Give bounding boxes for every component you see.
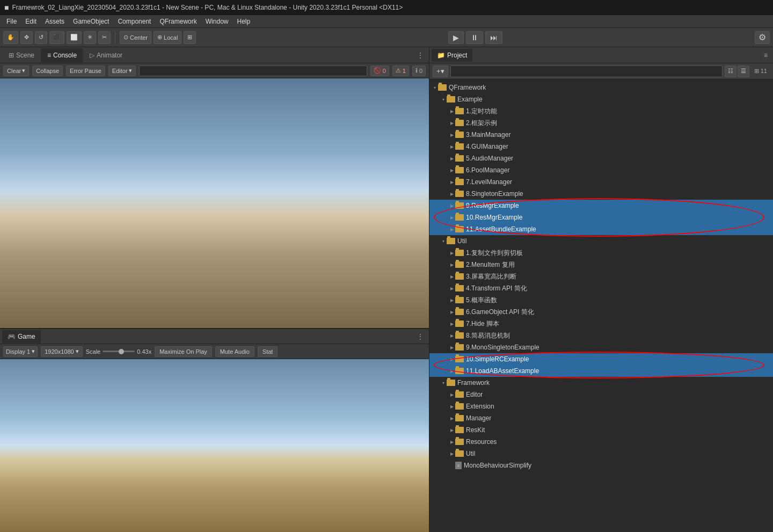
tree-item-util[interactable]: ▾Util bbox=[429, 235, 773, 247]
tool-transform[interactable]: ✳ bbox=[84, 31, 96, 44]
tree-item-item7[interactable]: ▶7.LevelManager bbox=[429, 176, 773, 188]
tree-arrow-item9[interactable]: ▶ bbox=[449, 202, 455, 209]
tree-arrow-fw5[interactable]: ▶ bbox=[449, 439, 455, 445]
tool-custom[interactable]: ✂ bbox=[98, 31, 111, 44]
tree-item-qframework[interactable]: ▾QFramework bbox=[429, 82, 773, 93]
tree-item-item5[interactable]: ▶5.AudioManager bbox=[429, 152, 773, 164]
tree-arrow-util6[interactable]: ▶ bbox=[449, 309, 455, 315]
tree-item-util7[interactable]: ▶7.Hide 脚本 bbox=[429, 318, 773, 330]
tab-console[interactable]: ≡ Console bbox=[41, 48, 83, 62]
tree-item-example[interactable]: ▾Example bbox=[429, 93, 773, 105]
tree-arrow-item6[interactable]: ▶ bbox=[449, 167, 455, 173]
menu-help[interactable]: Help bbox=[232, 17, 254, 26]
tree-item-util1[interactable]: ▶1.复制文件到剪切板 bbox=[429, 247, 773, 259]
tree-arrow-fw3[interactable]: ▶ bbox=[449, 415, 455, 421]
tree-item-item4[interactable]: ▶4.GUIManager bbox=[429, 141, 773, 152]
tree-arrow-qframework[interactable]: ▾ bbox=[432, 84, 438, 91]
mute-audio-btn[interactable]: Mute Audio bbox=[215, 346, 254, 357]
tree-item-util9[interactable]: ▶9.MonoSingletonExample bbox=[429, 341, 773, 353]
tree-item-fw4[interactable]: ▶ResKit bbox=[429, 424, 773, 436]
tree-arrow-util2[interactable]: ▶ bbox=[449, 261, 455, 268]
tree-item-item11[interactable]: ▶11.AssetBundleExample bbox=[429, 223, 773, 235]
tree-arrow-fw2[interactable]: ▶ bbox=[449, 403, 455, 410]
tree-item-item10[interactable]: ▶10.ResMgrExample bbox=[429, 212, 773, 223]
tree-arrow-fw7[interactable] bbox=[449, 462, 455, 469]
tree-arrow-framework[interactable]: ▾ bbox=[440, 380, 447, 386]
tree-arrow-util7[interactable]: ▶ bbox=[449, 320, 455, 327]
tree-item-item6[interactable]: ▶6.PoolManager bbox=[429, 164, 773, 176]
tree-item-fw1[interactable]: ▶Editor bbox=[429, 389, 773, 400]
tree-item-util5[interactable]: ▶5.概率函数 bbox=[429, 294, 773, 306]
tree-arrow-util1[interactable]: ▶ bbox=[449, 250, 455, 256]
tree-arrow-fw6[interactable]: ▶ bbox=[449, 450, 455, 457]
tree-arrow-util3[interactable]: ▶ bbox=[449, 273, 455, 280]
tree-item-fw7[interactable]: #MonoBehaviourSimplify bbox=[429, 460, 773, 471]
tree-arrow-util10[interactable]: ▶ bbox=[449, 356, 455, 362]
tree-arrow-fw4[interactable]: ▶ bbox=[449, 427, 455, 433]
tree-arrow-item1[interactable]: ▶ bbox=[449, 108, 455, 114]
tree-item-util10[interactable]: ▶10.SimpleRCExample bbox=[429, 353, 773, 365]
tree-item-fw6[interactable]: ▶Util bbox=[429, 448, 773, 460]
tree-arrow-item10[interactable]: ▶ bbox=[449, 214, 455, 221]
tool-hand[interactable]: ✋ bbox=[3, 31, 18, 44]
play-button[interactable]: ▶ bbox=[448, 31, 464, 44]
center-btn[interactable]: ⊙ Center bbox=[120, 31, 151, 44]
tree-arrow-item4[interactable]: ▶ bbox=[449, 143, 455, 150]
error-pause-button[interactable]: Error Pause bbox=[66, 65, 105, 76]
pause-button[interactable]: ⏸ bbox=[466, 31, 483, 44]
tree-arrow-item3[interactable]: ▶ bbox=[449, 132, 455, 138]
tree-item-item8[interactable]: ▶8.SingletonExample bbox=[429, 188, 773, 200]
grid-btn[interactable]: ⊞ bbox=[184, 31, 196, 44]
editor-button[interactable]: Editor ▾ bbox=[108, 65, 136, 76]
menu-assets[interactable]: Assets bbox=[41, 17, 69, 26]
tree-item-util11[interactable]: ▶11.LoadABAssetExample bbox=[429, 365, 773, 377]
project-search-input[interactable] bbox=[450, 65, 723, 77]
tree-arrow-item8[interactable]: ▶ bbox=[449, 191, 455, 197]
tree-item-item3[interactable]: ▶3.MainManager bbox=[429, 129, 773, 141]
tree-arrow-item7[interactable]: ▶ bbox=[449, 179, 455, 185]
local-btn[interactable]: ⊕ Local bbox=[154, 31, 181, 44]
warn-badge[interactable]: ⚠ 1 bbox=[392, 65, 409, 76]
tree-arrow-util4[interactable]: ▶ bbox=[449, 285, 455, 291]
scale-slider[interactable] bbox=[103, 351, 135, 352]
tree-arrow-example[interactable]: ▾ bbox=[440, 96, 447, 103]
tool-rotate[interactable]: ↺ bbox=[35, 31, 47, 44]
error-badge[interactable]: 🚫 0 bbox=[370, 65, 389, 76]
tree-item-fw3[interactable]: ▶Manager bbox=[429, 412, 773, 424]
maximize-on-play-btn[interactable]: Maximize On Play bbox=[155, 346, 212, 357]
resolution-select[interactable]: 1920x1080 ▾ bbox=[41, 346, 82, 357]
tree-arrow-item2[interactable]: ▶ bbox=[449, 120, 455, 126]
tab-game[interactable]: 🎮 Game bbox=[2, 330, 41, 343]
tab-animator[interactable]: ▷ Animator bbox=[83, 48, 129, 62]
tree-item-fw2[interactable]: ▶Extension bbox=[429, 400, 773, 412]
scale-thumb[interactable] bbox=[119, 349, 124, 354]
game-tabs-more[interactable]: ⋮ bbox=[414, 332, 427, 341]
tool-move[interactable]: ✥ bbox=[20, 31, 33, 44]
tool-rect[interactable]: ⬜ bbox=[67, 31, 82, 44]
tree-item-util8[interactable]: ▶8.简易消息机制 bbox=[429, 330, 773, 341]
stat-btn[interactable]: Stat bbox=[258, 346, 278, 357]
menu-window[interactable]: Window bbox=[201, 17, 233, 26]
menu-qframework[interactable]: QFramework bbox=[155, 17, 201, 26]
project-add-btn[interactable]: + ▾ bbox=[433, 65, 448, 77]
console-search-input[interactable] bbox=[139, 65, 367, 76]
project-view-list[interactable]: ☷ bbox=[725, 65, 736, 77]
project-view-details[interactable]: ☰ bbox=[738, 65, 749, 77]
menu-gameobject[interactable]: GameObject bbox=[69, 17, 113, 26]
tree-arrow-util5[interactable]: ▶ bbox=[449, 297, 455, 303]
project-tabs-more[interactable]: ≡ bbox=[761, 50, 771, 60]
info-badge[interactable]: ℹ 0 bbox=[412, 65, 426, 76]
tree-arrow-util[interactable]: ▾ bbox=[440, 238, 447, 244]
tree-item-fw5[interactable]: ▶Resources bbox=[429, 436, 773, 448]
tree-arrow-fw1[interactable]: ▶ bbox=[449, 391, 455, 398]
tree-item-item9[interactable]: ▶9.ResMgrExample bbox=[429, 200, 773, 212]
tab-project[interactable]: 📁 Project bbox=[432, 49, 472, 62]
tree-arrow-item11[interactable]: ▶ bbox=[449, 226, 455, 232]
menu-file[interactable]: File bbox=[2, 17, 21, 26]
tree-arrow-util11[interactable]: ▶ bbox=[449, 368, 455, 374]
tree-item-util3[interactable]: ▶3.屏幕宽高比判断 bbox=[429, 271, 773, 282]
tree-item-item2[interactable]: ▶2.框架示例 bbox=[429, 117, 773, 129]
tool-scale[interactable]: ⬛ bbox=[49, 31, 64, 44]
tab-scene[interactable]: ⊞ Scene bbox=[2, 48, 41, 62]
tree-arrow-util9[interactable]: ▶ bbox=[449, 344, 455, 351]
